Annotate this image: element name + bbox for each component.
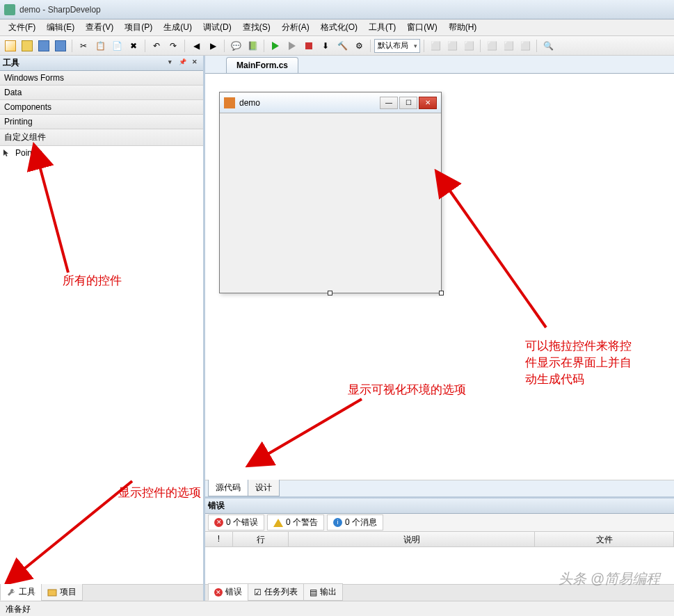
col-line[interactable]: 行 <box>233 532 289 546</box>
redo-button[interactable]: ↷ <box>166 38 181 54</box>
menu-edit[interactable]: 编辑(E) <box>41 19 80 35</box>
paste-button[interactable]: 📄 <box>109 38 125 54</box>
bookmark-button[interactable]: 📗 <box>245 38 260 54</box>
save-all-button[interactable] <box>53 38 68 54</box>
col-desc[interactable]: 说明 <box>289 532 535 546</box>
tool-btn-f[interactable]: ⬜ <box>517 38 533 54</box>
toolbox-close-icon[interactable]: ✕ <box>189 58 200 68</box>
step-button[interactable]: ⬇ <box>318 38 333 54</box>
tool-btn-a[interactable]: ⬜ <box>428 38 443 54</box>
save-button[interactable] <box>36 38 51 54</box>
toolbox-pin-icon[interactable]: 📌 <box>177 58 188 68</box>
tab-output[interactable]: ▤输出 <box>303 583 343 601</box>
document-tabs: MainForm.cs <box>205 56 674 74</box>
toolbox-cat-data[interactable]: Data <box>0 86 203 100</box>
config-button[interactable]: ⚙ <box>351 38 367 54</box>
tool-btn-d[interactable]: ⬜ <box>484 38 499 54</box>
play-grey-icon <box>289 42 296 50</box>
tool-btn-c[interactable]: ⬜ <box>461 38 476 54</box>
info-icon: i <box>333 518 342 527</box>
separator <box>224 40 225 52</box>
search-button[interactable]: 🔍 <box>540 38 556 54</box>
menu-analyze[interactable]: 分析(A) <box>276 19 315 35</box>
toolbox-cat-printing[interactable]: Printing <box>0 115 203 129</box>
tab-errors[interactable]: ✕错误 <box>208 583 248 601</box>
menu-debug[interactable]: 调试(D) <box>198 19 237 35</box>
run-button[interactable] <box>268 38 283 54</box>
copy-button[interactable]: 📋 <box>93 38 108 54</box>
resize-grip-e[interactable] <box>439 190 444 195</box>
menu-help[interactable]: 帮助(H) <box>443 19 483 35</box>
error-icon: ✕ <box>214 588 223 597</box>
open-button[interactable] <box>19 38 35 54</box>
toolbox-cat-custom[interactable]: 自定义组件 <box>0 129 203 146</box>
build-button[interactable]: 🔨 <box>335 38 350 54</box>
design-form-body[interactable] <box>220 113 441 293</box>
menu-tools[interactable]: 工具(T) <box>363 19 401 35</box>
tab-tools-label: 工具 <box>19 586 35 598</box>
col-bang[interactable]: ! <box>205 532 233 546</box>
menu-view[interactable]: 查看(V) <box>80 19 119 35</box>
design-form-titlebar: demo — ☐ ✕ <box>220 92 441 113</box>
error-icon: ✕ <box>214 518 223 527</box>
cut-button[interactable]: ✂ <box>76 38 91 54</box>
filter-messages[interactable]: i0 个消息 <box>327 514 383 530</box>
bottom-tabs: ✕错误 ☑任务列表 ▤输出 <box>205 584 674 601</box>
delete-button[interactable]: ✖ <box>126 38 141 54</box>
annotation-drag-info: 可以拖拉控件来将控件显示在界面上并自动生成代码 <box>525 338 636 387</box>
resize-grip-s[interactable] <box>328 291 332 295</box>
menu-file[interactable]: 文件(F) <box>3 19 41 35</box>
tab-project[interactable]: 项目 <box>41 583 83 601</box>
doc-tab-mainform[interactable]: MainForm.cs <box>226 57 298 73</box>
annotation-controls: 所有的控件 <box>63 273 122 289</box>
toolbox-body: Windows Forms Data Components Printing 自… <box>0 71 203 584</box>
new-button[interactable] <box>3 38 18 54</box>
tab-project-label: 项目 <box>60 586 77 598</box>
menu-window[interactable]: 窗口(W) <box>401 19 442 35</box>
form-minimize-button[interactable]: — <box>380 97 398 109</box>
toolbox-cat-components[interactable]: Components <box>0 100 203 115</box>
toolbox-item-pointer[interactable]: Pointer <box>0 146 203 160</box>
undo-button[interactable]: ↶ <box>149 38 164 54</box>
errors-title: 错误 <box>208 500 225 512</box>
menu-build[interactable]: 生成(U) <box>158 19 198 35</box>
annotation-show-visual: 显示可视化环境的选项 <box>348 382 466 398</box>
toolbox-title: 工具 <box>3 57 19 69</box>
comment-button[interactable]: 💬 <box>228 38 243 54</box>
svg-line-3 <box>447 187 546 327</box>
menu-project[interactable]: 项目(P) <box>119 19 158 35</box>
toolbox-cat-winforms[interactable]: Windows Forms <box>0 71 203 86</box>
layout-combo[interactable]: 默认布局 <box>374 39 420 53</box>
filter-warnings[interactable]: 0 个警告 <box>267 514 324 530</box>
tab-tools[interactable]: 工具 <box>0 583 42 601</box>
menu-find[interactable]: 查找(S) <box>237 19 276 35</box>
filter-errors[interactable]: ✕0 个错误 <box>208 514 264 530</box>
svg-line-4 <box>264 399 362 456</box>
design-form-title-text: demo <box>239 98 260 108</box>
tab-tasks[interactable]: ☑任务列表 <box>248 583 304 601</box>
tool-btn-b[interactable]: ⬜ <box>444 38 460 54</box>
tool-btn-e[interactable]: ⬜ <box>501 38 516 54</box>
design-form[interactable]: demo — ☐ ✕ <box>219 92 442 293</box>
warning-icon <box>273 519 283 527</box>
form-close-button[interactable]: ✕ <box>419 97 437 109</box>
toolbox-dropdown-icon[interactable]: ▾ <box>164 58 175 68</box>
stop-button[interactable] <box>301 38 316 54</box>
form-maximize-button[interactable]: ☐ <box>399 97 417 109</box>
back-button[interactable]: ◀ <box>188 38 204 54</box>
menu-format[interactable]: 格式化(O) <box>315 19 363 35</box>
view-tab-design[interactable]: 设计 <box>248 479 280 496</box>
run-no-debug-button[interactable] <box>284 38 300 54</box>
forward-button[interactable]: ▶ <box>205 38 220 54</box>
new-icon <box>5 40 16 51</box>
errors-panel: 错误 ✕0 个错误 0 个警告 i0 个消息 ! 行 说明 文件 ✕错误 ☑任务… <box>205 496 674 601</box>
view-tab-source[interactable]: 源代码 <box>208 479 248 496</box>
annotation-arrow <box>442 181 567 337</box>
save-icon <box>38 40 49 51</box>
toolbar: ✂ 📋 📄 ✖ ↶ ↷ ◀ ▶ 💬 📗 ⬇ 🔨 ⚙ 默认布局 ⬜ ⬜ ⬜ ⬜ ⬜… <box>0 36 674 56</box>
resize-grip-se[interactable] <box>439 291 444 295</box>
svg-line-1 <box>21 481 132 572</box>
col-file[interactable]: 文件 <box>535 532 674 546</box>
annotation-show-toolbox: 显示控件的选项 <box>118 485 201 501</box>
designer-surface[interactable]: demo — ☐ ✕ 可以拖拉控件来将控件显示在界面上并自动生成代码 显示可视 <box>205 74 674 480</box>
